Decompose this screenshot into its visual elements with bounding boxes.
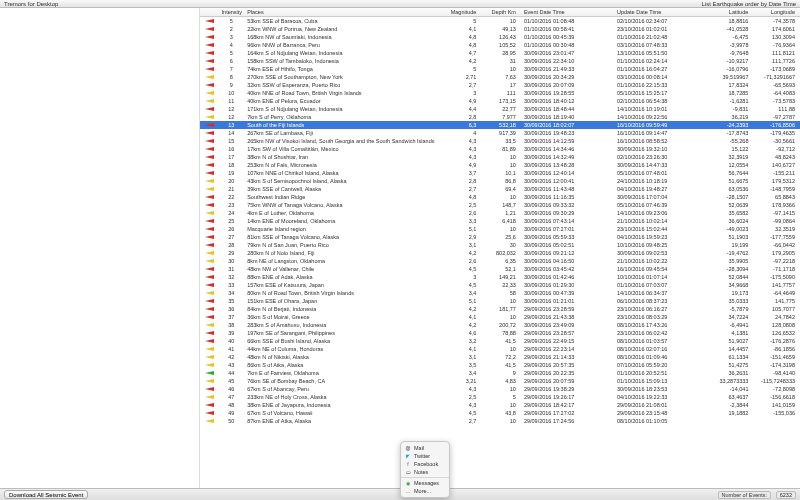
arrow-icon (205, 419, 214, 423)
table-row[interactable]: 2043km S of Semisopochnoi Island, Alaska… (200, 177, 800, 185)
table-row[interactable]: 12171km S of Ndjulang Wetan, Indonesia4,… (200, 105, 800, 113)
cell-magnitude: 2,7 (442, 185, 482, 193)
table-row[interactable]: 15265km NW of Visokoi Island, South Geor… (200, 137, 800, 145)
cell-intensity: 49 (219, 409, 245, 417)
table-row[interactable]: 222km WNW of Porirua, New Zealand4,149,1… (200, 25, 800, 33)
table-row[interactable]: 4144km NE of Culuma, Honduras4,11029/09/… (200, 345, 800, 353)
table-row[interactable]: 244km E of Luther, Oklahoma2,61,2130/09/… (200, 209, 800, 217)
ctxmenu-twitter[interactable]: ◤Twitter (401, 452, 449, 460)
table-row[interactable]: 4386km S of Atka, Alaska3,541,529/09/201… (200, 361, 800, 369)
table-row[interactable]: 4967km S of Volcano, Hawaii4,543,829/09/… (200, 409, 800, 417)
table-row[interactable]: 553km SSE of Baracoa, Cuba51001/10/2016 … (200, 17, 800, 26)
table-row[interactable]: 8270km SSE of Southampton, New York2,717… (200, 73, 800, 81)
cell-magnitude: 5,1 (442, 297, 482, 305)
table-row[interactable]: 308km NE of Langston, Oklahoma2,66,3530/… (200, 257, 800, 265)
table-row[interactable]: 19107km NNE of Chirikof Island, Alaska3,… (200, 169, 800, 177)
col-lon-header[interactable]: Longitude (753, 8, 800, 17)
cell-place: 17km SW of Villa Comaltitlán, Mexico (244, 145, 442, 153)
table-row[interactable]: 3168km NW of Saumlaki, Indonesia4,8126,4… (200, 33, 800, 41)
cell-place: 76km SE of Bombay Beach, CA (244, 377, 442, 385)
col-places-header[interactable]: Places (244, 8, 442, 17)
cell-place: 86km S of Atka, Alaska (244, 361, 442, 369)
table-row[interactable]: 4066km SSE of Bushi Island, Alaska3,241,… (200, 337, 800, 345)
table-row[interactable]: 29280km N of Nolo Island, Fiji4,2802,032… (200, 249, 800, 257)
arrow-icon (205, 243, 214, 247)
cell-place: 66km SSE of Bushi Island, Alaska (244, 337, 442, 345)
table-row[interactable]: 2879km N of San Juan, Puerto Rico3,13030… (200, 241, 800, 249)
table-row[interactable]: 22Southwest Indian Ridge4,81030/09/2016 … (200, 193, 800, 201)
table-row[interactable]: 35151km ESE of Ohara, Japan5,11030/09/20… (200, 297, 800, 305)
col-event-dt-header[interactable]: Event Date Time (521, 8, 614, 17)
cell-lon: -64,4083 (753, 89, 800, 97)
table-row[interactable]: 4667km S of Abancay, Peru4,31029/09/2016… (200, 385, 800, 393)
table-row[interactable]: 18253km N of Fals, Micronesia4,91030/09/… (200, 161, 800, 169)
table-row[interactable]: 14267km SE of Lambasa, Fiji4917,3930/09/… (200, 129, 800, 137)
table-row[interactable]: 3288km ENE of Adak, Alaska3149,2130/09/2… (200, 273, 800, 281)
cell-lon: -92,712 (753, 145, 800, 153)
arrow-icon (205, 299, 214, 303)
ctxmenu-messages[interactable]: ◉Messages (401, 479, 449, 487)
cell-depth: 917,39 (481, 129, 521, 137)
table-row[interactable]: 496km NNW of Barranca, Peru4,8105,5201/1… (200, 41, 800, 49)
table-row[interactable]: 447km E of Fairview, Oklahoma3,4929/09/2… (200, 369, 800, 377)
table-row[interactable]: 3684km N of Berjati, Indonesia4,2181,772… (200, 305, 800, 313)
col-update-dt-header[interactable]: Update Date Time (614, 8, 707, 17)
cell-lon: -98,4140 (753, 369, 800, 377)
cell-depth: 173,15 (481, 97, 521, 105)
arrow-icon (205, 115, 214, 119)
cell-magnitude: 3 (442, 89, 482, 97)
table-row[interactable]: 774km ESE of Hihifo, Tonga51030/09/2016 … (200, 65, 800, 73)
col-lat-header[interactable]: Latitude (707, 8, 754, 17)
cell-update-dt: 04/10/2016 19:59:23 (614, 233, 707, 241)
table-row[interactable]: 1617km SW of Villa Comaltitlán, Mexico4,… (200, 145, 800, 153)
table-row[interactable]: 127km S of Perry, Oklahoma2,87,97730/09/… (200, 113, 800, 121)
cell-lon: 130,3094 (753, 33, 800, 41)
col-magnitude-header[interactable]: Magnitude (442, 8, 482, 17)
cell-event-dt: 30/09/2016 12:40:14 (521, 169, 614, 177)
cell-intensity: 44 (219, 369, 245, 377)
ctxmenu-more[interactable]: …More... (401, 487, 449, 488)
table-row[interactable]: 4576km SE of Bombay Beach, CA3,214,8329/… (200, 377, 800, 385)
col-arrow-header[interactable] (200, 8, 219, 17)
table-row[interactable]: 4838km ENE of Jayapura, Indonesia4,31029… (200, 401, 800, 409)
col-depth-header[interactable]: Depth Km (481, 8, 521, 17)
table-row[interactable]: 47233km NE of Holy Cross, Alaska2,5529/0… (200, 393, 800, 401)
cell-lat: 39,519967 (707, 73, 754, 81)
table-row[interactable]: 5087km ENE of Atka, Alaska2,71029/09/201… (200, 417, 800, 425)
ctxmenu-notes[interactable]: ▭Notes (401, 468, 449, 476)
table-row[interactable]: 3480km N of Road Town, British Virgin Is… (200, 289, 800, 297)
table-row[interactable]: 38283km S of Amahusu, Indonesia4,2200,72… (200, 321, 800, 329)
cell-place: 40km ENE of Pelora, Ecuador (244, 97, 442, 105)
col-intensity-header[interactable]: Intensity (219, 8, 245, 17)
facebook-icon: f (405, 461, 411, 467)
cell-place: 164km S of Ndjulang Wetan, Indonesia (244, 49, 442, 57)
table-row[interactable]: 1140km ENE of Pelora, Ecuador4,9173,1530… (200, 97, 800, 105)
arrow-icon (205, 347, 214, 351)
table-row[interactable]: 13South of the Fiji Islands6,3532,1830/0… (200, 121, 800, 129)
table-row[interactable]: 5164km S of Ndjulang Wetan, Indonesia4,7… (200, 49, 800, 57)
cell-lon: -73,5783 (753, 97, 800, 105)
table-row[interactable]: 2781km SSE of Tanaga Volcano, Alaska2,92… (200, 233, 800, 241)
table-row[interactable]: 1738km N of Shushtar, Iran4,31030/09/201… (200, 153, 800, 161)
download-button[interactable]: Download All Seismic Event (4, 490, 88, 499)
cell-place: 4km E of Luther, Oklahoma (244, 209, 442, 217)
table-row[interactable]: 4248km N of Nikiski, Alaska3,172,229/09/… (200, 353, 800, 361)
ctxmenu-facebook[interactable]: fFacebook (401, 460, 449, 468)
arrow-icon (205, 355, 214, 359)
table-row[interactable]: 3148km NW of Vallenar, Chile4,552,130/09… (200, 265, 800, 273)
table-row[interactable]: 3736km S of Moirai, Greece4,11029/09/201… (200, 313, 800, 321)
cell-event-dt: 30/09/2016 09:33:32 (521, 201, 614, 209)
table-row[interactable]: 33157km ESE of Katsuura, Japan4,522,3330… (200, 281, 800, 289)
table-row[interactable]: 6158km SSW of Tambaloko, Indonesia4,2313… (200, 57, 800, 65)
cell-place: 53km SSE of Baracoa, Cuba (244, 17, 442, 26)
table-row[interactable]: 1040km NNE of Road Town, British Virgin … (200, 89, 800, 97)
table-row[interactable]: 2514km ENE of Mooreland, Oklahoma3,36,41… (200, 217, 800, 225)
cell-intensity: 37 (219, 313, 245, 321)
table-row[interactable]: 2375km WNW of Tanaga Volcano, Alaska2,51… (200, 201, 800, 209)
ctxmenu-mail[interactable]: @Mail (401, 444, 449, 452)
table-row[interactable]: 2139km SSE of Cantwell, Alaska2,769,430/… (200, 185, 800, 193)
table-row[interactable]: 932km SSW of Esperanza, Puerto Rico2,717… (200, 81, 800, 89)
table-row[interactable]: 39197km SE of Sarangani, Philippines4,67… (200, 329, 800, 337)
cell-magnitude: 4,2 (442, 305, 482, 313)
table-row[interactable]: 26Macquarie Island region5,11030/09/2016… (200, 225, 800, 233)
